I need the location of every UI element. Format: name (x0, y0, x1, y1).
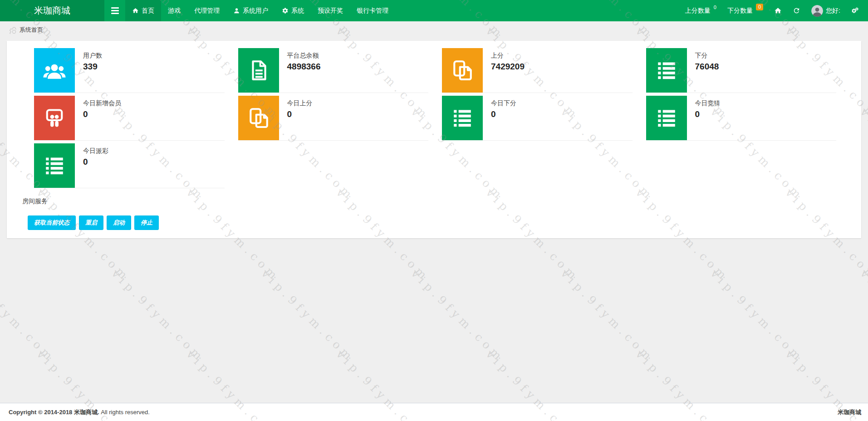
nav-item-label: 预设开奖 (318, 7, 343, 15)
up-score-count-link[interactable]: 上分数量 0 (680, 0, 722, 21)
stat-value: 0 (287, 109, 313, 119)
footer: Copyright © 2014-2018 米珈商城. All rights r… (0, 403, 868, 421)
stat-value: 0 (491, 109, 516, 119)
home-icon (132, 7, 139, 14)
refresh-icon[interactable] (787, 0, 806, 21)
restart-button[interactable]: 重启 (79, 215, 103, 230)
page-title: 系统首页 (20, 26, 43, 34)
navbar-spacer (395, 0, 680, 21)
navbar-menu: 首页游戏代理管理系统用户系统预设开奖银行卡管理 (125, 0, 395, 21)
stat-box: 今日上分 0 (238, 96, 429, 141)
stat-box: 上分 7429209 (442, 48, 633, 93)
stat-value: 7429209 (491, 62, 525, 72)
stat-box: 下分 76048 (646, 48, 837, 93)
content-panel: 用户数 339 平台总余额 4898366 上分 7429209 下分 7604… (7, 41, 861, 238)
start-button[interactable]: 启动 (107, 215, 131, 230)
list-icon[interactable] (34, 143, 75, 188)
nav-item-label: 银行卡管理 (357, 7, 388, 15)
stat-label: 今日新增会员 (83, 99, 121, 108)
up-score-count-badge: 0 (714, 5, 716, 10)
list-icon[interactable] (442, 96, 483, 140)
stat-value: 0 (695, 109, 721, 119)
watermark-text: vip.9fym.com (109, 267, 207, 365)
stat-box: 今日新增会员 0 (34, 96, 225, 141)
gear-icon (282, 7, 289, 14)
watermark-text: vip.9fym.com (558, 267, 657, 365)
watermark-text: vip.9fym.com (0, 267, 58, 365)
navbar-right: 上分数量 0 下分数量 0 您好: (680, 0, 868, 21)
down-score-count-label: 下分数量 (727, 7, 753, 15)
stat-label: 今日竞猜 (695, 99, 721, 108)
nav-item-4[interactable]: 系统用户 (226, 0, 275, 21)
nav-item-7[interactable]: 银行卡管理 (350, 0, 395, 21)
stat-box: 平台总余额 4898366 (238, 48, 429, 93)
stat-label: 今日派彩 (83, 147, 108, 155)
down-score-count-link[interactable]: 下分数量 0 (722, 0, 769, 21)
copy-icon[interactable] (442, 48, 483, 93)
nav-item-label: 首页 (142, 7, 154, 15)
user-icon (233, 7, 240, 14)
greeting-label: 您好: (826, 7, 840, 15)
stat-label: 用户数 (83, 52, 102, 60)
stat-box: 用户数 339 (34, 48, 225, 93)
nav-item-label: 系统 (291, 7, 304, 15)
nav-item-6[interactable]: 预设开奖 (311, 0, 350, 21)
copy-icon[interactable] (238, 96, 279, 140)
nav-item-5[interactable]: 系统 (275, 0, 311, 21)
room-service-buttons: 获取当前状态重启启动停止 (28, 215, 836, 230)
brand-logo[interactable]: 米珈商城 (0, 0, 104, 21)
stat-box: 今日竞猜 0 (646, 96, 837, 141)
stat-value: 0 (83, 157, 108, 167)
list-icon[interactable] (646, 96, 687, 140)
gear-outline-icon (9, 26, 16, 34)
stat-label: 今日上分 (287, 99, 313, 108)
copyright-text: Copyright © 2014-2018 米珈商城. All rights r… (9, 408, 150, 416)
nav-item-1[interactable]: 首页 (125, 0, 161, 21)
footer-brand: 米珈商城 (838, 408, 861, 416)
users-icon[interactable] (34, 48, 75, 93)
stat-label: 今日下分 (491, 99, 516, 108)
slideshare-icon[interactable] (34, 96, 75, 140)
stat-value: 4898366 (287, 62, 321, 72)
list-icon[interactable] (646, 48, 687, 93)
cogs-icon[interactable] (846, 0, 864, 21)
down-score-count-badge: 0 (756, 4, 763, 10)
stat-label: 上分 (491, 52, 525, 60)
nav-item-label: 系统用户 (243, 7, 268, 15)
user-account-link[interactable]: 您好: (806, 0, 846, 21)
stat-value: 339 (83, 62, 102, 72)
home-icon[interactable] (769, 0, 787, 21)
navbar: 米珈商城 首页游戏代理管理系统用户系统预设开奖银行卡管理 上分数量 0 下分数量… (0, 0, 868, 21)
stat-value: 0 (83, 109, 121, 119)
breadcrumb: 系统首页 (0, 21, 868, 39)
nav-item-3[interactable]: 代理管理 (187, 0, 226, 21)
stat-box: 今日派彩 0 (34, 143, 225, 188)
avatar (811, 5, 823, 17)
nav-item-label: 代理管理 (194, 7, 220, 15)
stat-label: 下分 (695, 52, 719, 60)
stat-box: 今日下分 0 (442, 96, 633, 141)
watermark-text: vip.9fym.com (408, 267, 507, 365)
menu-icon[interactable] (104, 0, 125, 21)
watermark-text: vip.9fym.com (858, 267, 868, 365)
up-score-count-label: 上分数量 (685, 7, 711, 15)
stats-grid: 用户数 339 平台总余额 4898366 上分 7429209 下分 7604… (34, 48, 836, 191)
stat-label: 平台总余额 (287, 52, 321, 60)
stop-button[interactable]: 停止 (134, 215, 159, 230)
stat-value: 76048 (695, 62, 719, 72)
watermark-text: vip.9fym.com (708, 267, 806, 365)
nav-item-2[interactable]: 游戏 (161, 0, 187, 21)
room-service-title: 房间服务 (22, 197, 836, 206)
watermark-text: vip.9fym.com (259, 267, 357, 365)
get-status-button[interactable]: 获取当前状态 (28, 215, 76, 230)
nav-item-label: 游戏 (168, 7, 181, 15)
file-text-icon[interactable] (238, 48, 279, 93)
